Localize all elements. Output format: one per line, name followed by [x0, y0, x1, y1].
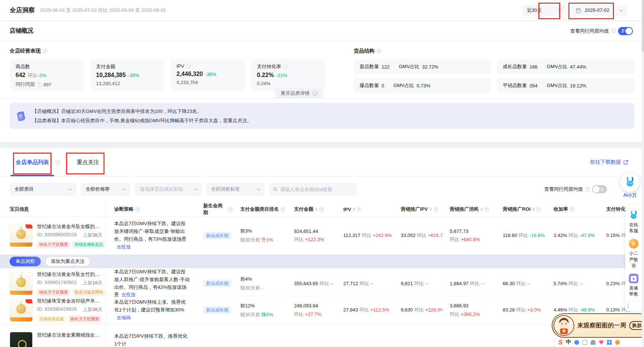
- tab-all-products[interactable]: 全店单品列表: [10, 148, 54, 176]
- product-thumbnail[interactable]: [10, 299, 33, 322]
- diagnosis-action-link[interactable]: 去编辑: [116, 315, 131, 320]
- help-icon[interactable]: [280, 207, 285, 212]
- keyboard-icon[interactable]: [582, 340, 587, 345]
- help-icon[interactable]: [585, 187, 590, 192]
- kpi-card-conversion: 支付转化率 0.22% -21% 0.24%: [251, 59, 325, 91]
- ime-mode-indicator[interactable]: 中: [566, 339, 571, 346]
- product-thumbnail[interactable]: [10, 332, 33, 347]
- date-range-text: 2025-06-03 至 2025-07-02 对比 2025-05-04 至 …: [40, 7, 166, 14]
- product-thumbnail[interactable]: [10, 272, 33, 295]
- item-insight-button[interactable]: 单品洞察: [10, 257, 41, 266]
- product-title[interactable]: 世纪缘古法黄金吊坠女竹韵金宝足...: [37, 271, 102, 278]
- metric-collect-rate: 3.42% 环比 -47.9%: [546, 231, 599, 240]
- search-input[interactable]: [280, 187, 353, 192]
- help-icon[interactable]: [319, 207, 324, 212]
- goods-structure-block: 货品结构 新品数量 122 GMV占比 32.72% 成长品数量 166 GMV…: [354, 46, 634, 93]
- add-focus-button[interactable]: 添加为重点关注: [45, 257, 90, 266]
- heart-icon[interactable]: [599, 340, 604, 345]
- sidebar-item-label: 小二严敏吉: [628, 250, 639, 268]
- help-icon[interactable]: [536, 207, 541, 212]
- ime-dots-icon[interactable]: [574, 340, 579, 345]
- date-select[interactable]: 2025-07-02: [571, 5, 627, 16]
- lifecycle-cell: 新品成长期: [196, 233, 233, 239]
- kpi-card-payment: 支付金额 10,284,385 -35% 13,280,412: [90, 59, 164, 91]
- help-icon[interactable]: [611, 29, 616, 33]
- top-controls: 近30天 2025-07-02: [522, 5, 627, 16]
- help-icon[interactable]: [376, 49, 381, 54]
- toggle-knob: [593, 186, 600, 193]
- structure-card-new: 新品数量 122 GMV占比 32.72%: [354, 59, 491, 74]
- metric-payment: 355,643.65 环比 --: [287, 280, 336, 288]
- help-icon[interactable]: [484, 207, 489, 212]
- category-filter[interactable]: 全部类目: [10, 183, 76, 196]
- peer-average-label: 查看同行同层均值: [544, 186, 583, 193]
- chevron-down-icon: [123, 187, 126, 191]
- help-icon[interactable]: [37, 82, 42, 87]
- sidebar-item-staff[interactable]: 小二严敏吉: [628, 238, 639, 270]
- product-thumbnail[interactable]: [10, 224, 33, 247]
- rank-cell: 前4% 较30天前 -: [233, 276, 287, 291]
- sort-icon[interactable]: [315, 207, 317, 211]
- help-icon[interactable]: [569, 207, 574, 212]
- peer-average-control: 查看同行同层均值 开: [570, 27, 633, 35]
- structure-gmv-value: 0.73%: [417, 83, 430, 89]
- ai-assistant-widget: AI小万: [618, 173, 642, 198]
- help-icon[interactable]: [283, 64, 288, 69]
- structure-gmv-value: 47.44%: [570, 64, 586, 70]
- diagnosis-action-link[interactable]: 去投放: [116, 244, 131, 250]
- help-icon[interactable]: [135, 207, 140, 212]
- close-icon[interactable]: [638, 312, 642, 317]
- kpi-sub-value: 4,233,704: [176, 80, 198, 85]
- sidebar-item-customer-service[interactable]: 在线客服: [628, 209, 639, 235]
- help-icon[interactable]: [357, 207, 361, 212]
- product-title[interactable]: 世纪缘古法黄金素圈戒指女999足金...: [37, 332, 102, 338]
- product-id: ID: 930098505028: [37, 232, 77, 238]
- price-band-filter[interactable]: 全部价格带: [81, 183, 131, 196]
- shelf-days: 上架16天: [83, 280, 102, 286]
- scrollbar-thumb[interactable]: [642, 0, 644, 52]
- help-icon[interactable]: [186, 64, 191, 69]
- sidebar-item-live-teaching[interactable]: 直播带教: [628, 273, 639, 298]
- diagnosis-cell: 本品近7日GMV持续下跌。建议投放关键词推广-获取成交量-智能出价。同行商品，有…: [107, 220, 196, 251]
- structure-label: 爆品数量: [360, 82, 379, 89]
- user-icon[interactable]: [591, 340, 595, 345]
- metric-ipv: 27,712 环比 --: [336, 280, 393, 288]
- sidebar-collapse-button[interactable]: [628, 301, 639, 310]
- diagnosis-action-link[interactable]: 去投放: [121, 292, 136, 297]
- help-icon[interactable]: [228, 207, 233, 212]
- column-marketing-roi: 营销推广ROI: [495, 206, 546, 213]
- product-title[interactable]: 世纪缘珠宝黄金吉印葫芦吊坠足金...: [37, 298, 102, 304]
- peer-average-toggle-list[interactable]: 关: [592, 185, 607, 193]
- peer-average-toggle[interactable]: 开: [618, 27, 633, 35]
- shelf-days: 上架36天: [83, 232, 102, 238]
- mascot-banner[interactable]: 来观察图图的一周 换肤: [552, 313, 644, 338]
- peer-average-label: 查看同行同层均值: [570, 28, 609, 34]
- structure-card-steady: 平销品数量 354 GMV占比 19.12%: [497, 78, 634, 93]
- growth-stage-filter[interactable]: 请选择货品成长阶段: [135, 183, 202, 196]
- sort-icon[interactable]: [532, 207, 535, 211]
- grid-icon[interactable]: [607, 340, 612, 345]
- column-ipv: IPV: [336, 207, 393, 212]
- ai-assistant-button[interactable]: [620, 173, 640, 192]
- help-icon[interactable]: [43, 49, 47, 54]
- top-bar: 全店洞察 2025-06-03 至 2025-07-02 对比 2025-05-…: [0, 0, 644, 21]
- sort-icon[interactable]: [430, 207, 432, 211]
- help-icon[interactable]: [56, 160, 60, 165]
- product-title[interactable]: 世纪缘古法黄金吊坠女蝶韵东方足...: [37, 223, 102, 230]
- period-select[interactable]: 近30天: [522, 5, 565, 16]
- gear-icon[interactable]: [615, 340, 620, 345]
- insight-tag-filter[interactable]: 全部洞察标签: [206, 183, 265, 196]
- floating-sidebar: 在线客服 小二严敏吉 直播带教: [625, 205, 642, 311]
- sort-icon[interactable]: [480, 207, 483, 211]
- download-data-link[interactable]: 前往下载数据: [590, 159, 634, 166]
- toggle-knob: [625, 28, 632, 34]
- chevron-down-icon: [257, 187, 261, 191]
- ime-logo[interactable]: S: [558, 339, 562, 346]
- sort-icon[interactable]: [353, 207, 355, 211]
- tab-key-focus[interactable]: 重点关注: [72, 148, 104, 176]
- chevron-up-icon: [628, 303, 628, 309]
- metric-marketing-roi: 118.60 环比 -18.6%: [495, 231, 546, 240]
- help-icon[interactable]: [433, 207, 438, 212]
- filter-row: 全部类目 全部价格带 请选择货品成长阶段 全部洞察标签 查看同行同层均值 关: [0, 177, 644, 202]
- expand-category-button[interactable]: 展开品类详情: [275, 88, 323, 98]
